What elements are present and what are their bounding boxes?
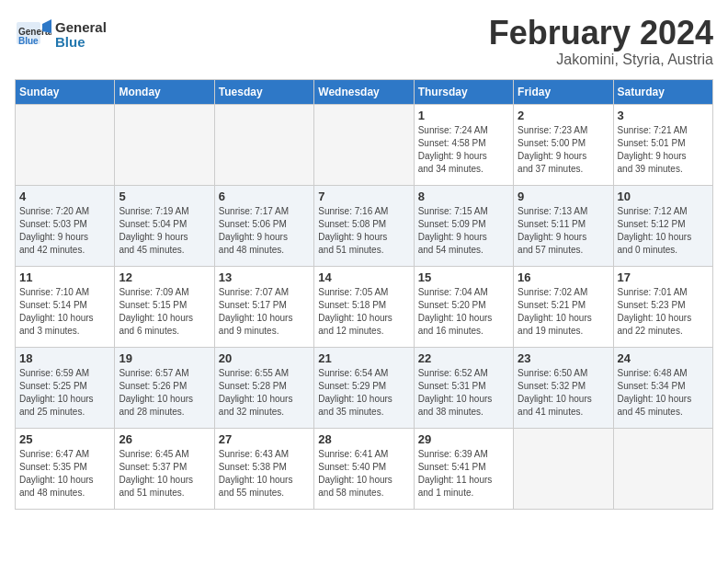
table-cell: 12Sunrise: 7:09 AM Sunset: 5:15 PM Dayli… [115,266,214,347]
day-info: Sunrise: 7:02 AM Sunset: 5:21 PM Dayligh… [518,286,609,338]
day-number: 5 [119,190,210,203]
day-info: Sunrise: 7:05 AM Sunset: 5:18 PM Dayligh… [318,286,409,338]
table-cell: 1Sunrise: 7:24 AM Sunset: 4:58 PM Daylig… [414,104,513,185]
table-cell: 22Sunrise: 6:52 AM Sunset: 5:31 PM Dayli… [414,347,513,428]
page-header: General Blue General Blue February 2024 … [15,15,713,68]
table-cell: 10Sunrise: 7:12 AM Sunset: 5:12 PM Dayli… [613,185,712,266]
week-row-4: 18Sunrise: 6:59 AM Sunset: 5:25 PM Dayli… [16,347,713,428]
day-info: Sunrise: 7:13 AM Sunset: 5:11 PM Dayligh… [518,205,609,257]
table-cell: 18Sunrise: 6:59 AM Sunset: 5:25 PM Dayli… [16,347,115,428]
day-number: 29 [418,432,509,446]
table-cell: 17Sunrise: 7:01 AM Sunset: 5:23 PM Dayli… [613,266,712,347]
day-info: Sunrise: 7:17 AM Sunset: 5:06 PM Dayligh… [219,205,310,257]
day-info: Sunrise: 7:10 AM Sunset: 5:14 PM Dayligh… [19,286,110,338]
table-cell: 25Sunrise: 6:47 AM Sunset: 5:35 PM Dayli… [16,428,115,509]
day-info: Sunrise: 6:45 AM Sunset: 5:37 PM Dayligh… [119,448,210,500]
day-number: 24 [618,351,709,365]
day-number: 19 [119,351,210,365]
svg-text:Blue: Blue [18,36,39,46]
day-number: 20 [219,351,310,365]
day-number: 12 [119,270,210,284]
week-row-5: 25Sunrise: 6:47 AM Sunset: 5:35 PM Dayli… [16,428,713,509]
table-cell [514,428,613,509]
day-number: 23 [518,351,609,365]
header-sunday: Sunday [16,79,115,104]
day-number: 11 [19,270,110,284]
day-info: Sunrise: 6:47 AM Sunset: 5:35 PM Dayligh… [19,448,110,500]
day-info: Sunrise: 7:12 AM Sunset: 5:12 PM Dayligh… [618,205,709,257]
table-cell: 15Sunrise: 7:04 AM Sunset: 5:20 PM Dayli… [414,266,513,347]
table-cell [314,104,414,185]
day-info: Sunrise: 6:54 AM Sunset: 5:29 PM Dayligh… [318,367,409,419]
day-number: 28 [318,432,409,446]
day-info: Sunrise: 7:24 AM Sunset: 4:58 PM Dayligh… [418,124,509,176]
day-info: Sunrise: 7:04 AM Sunset: 5:20 PM Dayligh… [418,286,509,338]
day-info: Sunrise: 7:01 AM Sunset: 5:23 PM Dayligh… [618,286,709,338]
day-info: Sunrise: 6:43 AM Sunset: 5:38 PM Dayligh… [219,448,310,500]
table-cell: 28Sunrise: 6:41 AM Sunset: 5:40 PM Dayli… [314,428,414,509]
week-row-1: 1Sunrise: 7:24 AM Sunset: 4:58 PM Daylig… [16,104,713,185]
table-cell: 4Sunrise: 7:20 AM Sunset: 5:03 PM Daylig… [16,185,115,266]
table-cell: 2Sunrise: 7:23 AM Sunset: 5:00 PM Daylig… [514,104,613,185]
header-monday: Monday [115,79,214,104]
day-number: 18 [19,351,110,365]
day-number: 15 [418,270,509,284]
table-cell [214,104,313,185]
table-cell: 9Sunrise: 7:13 AM Sunset: 5:11 PM Daylig… [514,185,613,266]
logo-general-text: General [55,20,107,36]
day-info: Sunrise: 7:19 AM Sunset: 5:04 PM Dayligh… [119,205,210,257]
day-number: 26 [119,432,210,446]
day-info: Sunrise: 7:16 AM Sunset: 5:08 PM Dayligh… [318,205,409,257]
table-cell: 7Sunrise: 7:16 AM Sunset: 5:08 PM Daylig… [314,185,414,266]
header-tuesday: Tuesday [214,79,313,104]
day-number: 8 [418,190,509,203]
table-cell: 6Sunrise: 7:17 AM Sunset: 5:06 PM Daylig… [214,185,313,266]
day-number: 10 [618,190,709,203]
table-cell: 21Sunrise: 6:54 AM Sunset: 5:29 PM Dayli… [314,347,414,428]
day-info: Sunrise: 6:59 AM Sunset: 5:25 PM Dayligh… [19,367,110,419]
table-cell [115,104,214,185]
week-row-2: 4Sunrise: 7:20 AM Sunset: 5:03 PM Daylig… [16,185,713,266]
table-cell: 19Sunrise: 6:57 AM Sunset: 5:26 PM Dayli… [115,347,214,428]
day-number: 22 [418,351,509,365]
day-number: 21 [318,351,409,365]
table-cell [613,428,712,509]
day-number: 3 [618,109,709,122]
day-number: 17 [618,270,709,284]
header-wednesday: Wednesday [314,79,414,104]
week-row-3: 11Sunrise: 7:10 AM Sunset: 5:14 PM Dayli… [16,266,713,347]
logo-graphic: General Blue [15,15,51,55]
table-cell: 20Sunrise: 6:55 AM Sunset: 5:28 PM Dayli… [214,347,313,428]
day-info: Sunrise: 6:39 AM Sunset: 5:41 PM Dayligh… [418,448,509,500]
day-info: Sunrise: 7:07 AM Sunset: 5:17 PM Dayligh… [219,286,310,338]
table-cell: 5Sunrise: 7:19 AM Sunset: 5:04 PM Daylig… [115,185,214,266]
table-cell: 24Sunrise: 6:48 AM Sunset: 5:34 PM Dayli… [613,347,712,428]
day-number: 25 [19,432,110,446]
weekday-header-row: SundayMondayTuesdayWednesdayThursdayFrid… [16,79,713,104]
table-cell [16,104,115,185]
day-info: Sunrise: 7:09 AM Sunset: 5:15 PM Dayligh… [119,286,210,338]
day-number: 13 [219,270,310,284]
location-title: Jakomini, Styria, Austria [489,52,713,68]
table-cell: 29Sunrise: 6:39 AM Sunset: 5:41 PM Dayli… [414,428,513,509]
table-cell: 13Sunrise: 7:07 AM Sunset: 5:17 PM Dayli… [214,266,313,347]
day-info: Sunrise: 7:21 AM Sunset: 5:01 PM Dayligh… [618,124,709,176]
day-number: 6 [219,190,310,203]
day-info: Sunrise: 6:41 AM Sunset: 5:40 PM Dayligh… [318,448,409,500]
day-number: 4 [19,190,110,203]
header-thursday: Thursday [414,79,513,104]
day-info: Sunrise: 7:23 AM Sunset: 5:00 PM Dayligh… [518,124,609,176]
table-cell: 23Sunrise: 6:50 AM Sunset: 5:32 PM Dayli… [514,347,613,428]
day-info: Sunrise: 6:50 AM Sunset: 5:32 PM Dayligh… [518,367,609,419]
day-info: Sunrise: 6:48 AM Sunset: 5:34 PM Dayligh… [618,367,709,419]
table-cell: 26Sunrise: 6:45 AM Sunset: 5:37 PM Dayli… [115,428,214,509]
table-cell: 14Sunrise: 7:05 AM Sunset: 5:18 PM Dayli… [314,266,414,347]
svg-marker-3 [42,19,51,33]
day-info: Sunrise: 7:15 AM Sunset: 5:09 PM Dayligh… [418,205,509,257]
day-info: Sunrise: 6:57 AM Sunset: 5:26 PM Dayligh… [119,367,210,419]
table-cell: 27Sunrise: 6:43 AM Sunset: 5:38 PM Dayli… [214,428,313,509]
day-info: Sunrise: 6:55 AM Sunset: 5:28 PM Dayligh… [219,367,310,419]
table-cell: 16Sunrise: 7:02 AM Sunset: 5:21 PM Dayli… [514,266,613,347]
day-number: 1 [418,109,509,122]
logo: General Blue General Blue [15,15,107,55]
